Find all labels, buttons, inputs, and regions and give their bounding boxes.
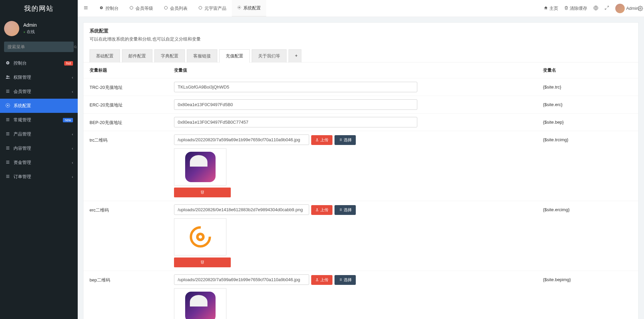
menu-item-label: 订单管理 (14, 174, 72, 180)
config-subtab[interactable]: 充值配置 (219, 49, 250, 63)
top-tab[interactable]: 控制台 (94, 0, 124, 17)
menu-item-label: 常规管理 (14, 117, 63, 123)
svg-rect-55 (316, 280, 318, 281)
row-varname: {$site.erc} (537, 96, 638, 114)
upload-button[interactable]: 上传 (311, 205, 332, 215)
chevron-left-icon: ‹ (72, 147, 73, 150)
config-subtabs: 基础配置邮件配置字典配置客服链接充值配置关于我们等+ (83, 44, 638, 63)
value-input[interactable] (174, 274, 309, 285)
language-icon[interactable] (593, 5, 598, 11)
menu-item-icon (5, 60, 11, 66)
top-tab[interactable]: 系统配置 (232, 0, 266, 17)
trash-icon (564, 6, 568, 11)
preview-thumbnail[interactable] (174, 288, 226, 319)
panel-head: 系统配置 可以在此增改系统的变量和分组,也可以自定义分组和变量 (83, 23, 638, 44)
user-avatar[interactable] (4, 21, 19, 36)
value-input[interactable] (174, 117, 417, 127)
th-name: 变量名 (537, 63, 638, 78)
menu-item-label: 会员管理 (14, 89, 72, 95)
menu-search-input[interactable] (4, 42, 68, 52)
clear-cache-link[interactable]: 清除缓存 (564, 5, 587, 11)
config-row: bep二维码上传选择{$site.bepimg} (83, 271, 638, 319)
config-subtab[interactable]: 关于我们等 (252, 49, 287, 63)
sidebar-item[interactable]: 产品管理‹ (0, 127, 78, 141)
choose-button[interactable]: 选择 (335, 275, 356, 285)
value-input[interactable] (174, 82, 417, 92)
row-value: 上传选择 (168, 201, 537, 271)
value-input[interactable] (174, 134, 309, 145)
content: 系统配置 可以在此增改系统的变量和分组,也可以自定义分组和变量 基础配置邮件配置… (78, 17, 644, 319)
list-icon (339, 138, 342, 143)
chevron-left-icon: ‹ (72, 175, 73, 179)
top-tab[interactable]: 元宇宙产品 (193, 0, 232, 17)
svg-point-37 (640, 8, 641, 9)
sidebar-item[interactable]: 资金管理‹ (0, 155, 78, 170)
sidebar-item[interactable]: 控制台hot (0, 56, 78, 70)
sidebar-item[interactable]: 权限管理‹ (0, 70, 78, 84)
preview-thumbnail[interactable] (174, 218, 226, 255)
row-value: 上传选择 (168, 131, 537, 201)
config-panel: 系统配置 可以在此增改系统的变量和分组,也可以自定义分组和变量 基础配置邮件配置… (83, 22, 639, 319)
tab-icon (99, 6, 103, 11)
choose-button[interactable]: 选择 (335, 205, 356, 215)
row-value (168, 78, 537, 96)
sidebar: 我的网站 Admin 在线 控制台hot权限管理‹会员管理‹系统配置常规管理ne… (0, 0, 78, 319)
config-row: erc二维码上传选择{$site.ercimg} (83, 201, 638, 271)
preview-thumbnail[interactable] (174, 148, 226, 186)
menu-item-label: 内容管理 (14, 145, 72, 151)
svg-line-1 (76, 47, 77, 48)
menu-item-icon (5, 89, 11, 95)
user-status: 在线 (23, 29, 37, 35)
sidebar-item[interactable]: 会员管理‹ (0, 84, 78, 99)
hamburger-icon[interactable] (83, 5, 89, 11)
settings-gear-icon[interactable] (637, 0, 644, 17)
topbar-right: 主页 清除缓存 Admin (544, 4, 639, 13)
panel-title: 系统配置 (90, 28, 632, 34)
top-tab[interactable]: 会员列表 (158, 0, 193, 17)
menu-item-icon (5, 75, 11, 80)
menu-item-label: 权限管理 (14, 74, 72, 80)
delete-image-button[interactable] (174, 257, 231, 267)
svg-point-32 (199, 6, 202, 9)
sidebar-item[interactable]: 内容管理‹ (0, 141, 78, 155)
add-subtab-button[interactable]: + (289, 49, 301, 63)
value-input[interactable] (174, 99, 417, 110)
svg-line-35 (607, 6, 609, 7)
config-table: 变量标题 变量值 变量名 TRC-20充值地址{$site.trc}ERC-20… (83, 63, 638, 319)
app-root: 我的网站 Admin 在线 控制台hot权限管理‹会员管理‹系统配置常规管理ne… (0, 0, 644, 319)
chevron-left-icon: ‹ (72, 161, 73, 165)
row-varname: {$site.trcimg} (537, 131, 638, 201)
home-icon (544, 6, 548, 11)
menu-item-icon (5, 131, 11, 137)
topbar-user[interactable]: Admin (615, 4, 639, 13)
tab-label: 会员列表 (170, 5, 188, 11)
menu-item-icon (5, 146, 11, 151)
menu-item-icon (5, 103, 11, 109)
config-subtab[interactable]: 邮件配置 (122, 49, 152, 63)
upload-icon (315, 208, 319, 213)
svg-point-30 (130, 6, 133, 9)
delete-image-button[interactable] (174, 188, 231, 197)
sidebar-item[interactable]: 常规管理new (0, 113, 78, 127)
list-icon (339, 208, 342, 213)
user-name: Admin (23, 22, 37, 28)
choose-button[interactable]: 选择 (335, 135, 356, 145)
value-input[interactable] (174, 204, 309, 215)
home-link[interactable]: 主页 (544, 5, 558, 11)
svg-point-3 (7, 62, 8, 64)
sidebar-item[interactable]: 系统配置 (0, 99, 78, 113)
config-subtab[interactable]: 客服链接 (187, 49, 217, 63)
upload-button[interactable]: 上传 (311, 275, 332, 285)
row-title: BEP-20充值地址 (83, 114, 168, 131)
svg-point-4 (6, 75, 8, 77)
menu-search (4, 42, 74, 52)
tab-icon (129, 6, 133, 11)
row-title: bep二维码 (83, 271, 168, 319)
expand-icon[interactable] (604, 5, 609, 11)
tab-label: 系统配置 (243, 5, 261, 11)
top-tab[interactable]: 会员等级 (124, 0, 158, 17)
sidebar-item[interactable]: 订单管理‹ (0, 170, 78, 184)
config-subtab[interactable]: 基础配置 (90, 49, 120, 63)
config-subtab[interactable]: 字典配置 (154, 49, 185, 63)
upload-button[interactable]: 上传 (311, 135, 332, 145)
